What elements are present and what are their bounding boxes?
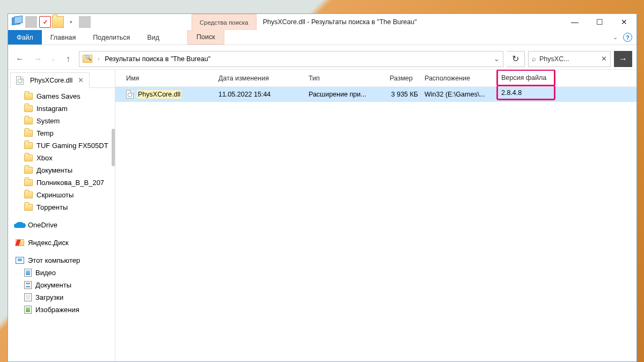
- help-icon[interactable]: ?: [623, 33, 632, 42]
- qa-dropdown-icon[interactable]: ▾: [65, 16, 77, 28]
- file-type: Расширение при...: [305, 91, 378, 98]
- documents-icon: [24, 281, 32, 289]
- ribbon-expand-icon[interactable]: ⌄: [613, 34, 618, 41]
- folder-icon: [24, 105, 33, 112]
- file-version-highlighted: 2.8.4.8: [496, 85, 555, 100]
- tree-label: System: [36, 117, 60, 125]
- tree-this-pc[interactable]: Этот компьютер: [8, 254, 115, 267]
- col-date[interactable]: Дата изменения: [215, 75, 305, 82]
- tree-lib-downloads[interactable]: Загрузки: [8, 291, 115, 304]
- chevron-right-icon[interactable]: ›: [97, 56, 100, 62]
- maximize-button[interactable]: ☐: [587, 14, 612, 30]
- tree-label: Документы: [35, 281, 71, 289]
- file-location: Win32 (E:\Games\...: [421, 91, 496, 98]
- tree-label: Полникова_В_В_207: [36, 179, 104, 187]
- address-dropdown-icon[interactable]: ⌄: [494, 55, 500, 63]
- folder-icon: [24, 117, 33, 124]
- tree-folder[interactable]: Games Saves: [8, 90, 115, 102]
- tree-folder[interactable]: Temp: [8, 127, 115, 139]
- tree-label: Этот компьютер: [28, 256, 80, 264]
- col-location[interactable]: Расположение: [421, 75, 496, 82]
- tree-folder[interactable]: Полникова_В_В_207: [8, 176, 115, 189]
- tree-lib-documents[interactable]: Документы: [8, 279, 115, 291]
- tree-folder[interactable]: System: [8, 115, 115, 127]
- col-version[interactable]: Версия файла: [496, 70, 555, 86]
- refresh-button[interactable]: ↻: [507, 51, 525, 67]
- separator: [79, 16, 91, 28]
- tree-folder[interactable]: Instagram: [8, 102, 115, 115]
- quick-access-toolbar: ✓ ▾: [8, 14, 95, 30]
- folder-icon: [24, 93, 33, 100]
- folder-icon: [24, 154, 33, 161]
- close-button[interactable]: ✕: [612, 14, 636, 30]
- nav-forward-button[interactable]: →: [31, 51, 46, 67]
- tree-label: Скриншоты: [36, 191, 74, 199]
- search-box[interactable]: ⌕ PhysXC... ✕: [528, 51, 611, 67]
- search-icon: ⌕: [532, 55, 536, 63]
- search-text: PhysXC...: [539, 55, 569, 63]
- sidebar-tab-label: PhysXCore.dll: [30, 77, 72, 84]
- ribbon-tab-view[interactable]: Вид: [138, 30, 168, 45]
- title-bar: ✓ ▾ Средства поиска PhysXCore.dll - Резу…: [8, 14, 636, 30]
- col-type[interactable]: Тип: [305, 75, 378, 82]
- tree-folder[interactable]: Xbox: [8, 152, 115, 164]
- onedrive-icon: [16, 222, 24, 228]
- qa-newfolder-icon[interactable]: [52, 16, 64, 28]
- tree-onedrive[interactable]: OneDrive: [8, 219, 115, 231]
- nav-up-button[interactable]: ↑: [61, 51, 76, 67]
- downloads-icon: [24, 293, 32, 301]
- col-name[interactable]: Имя: [123, 75, 215, 82]
- file-date: 11.05.2022 15:44: [215, 91, 305, 98]
- address-path[interactable]: Результаты поиска в "The Bureau": [105, 55, 210, 63]
- search-tools-tab-header: Средства поиска: [192, 14, 257, 30]
- ribbon-tab-search[interactable]: Поиск: [187, 30, 224, 45]
- yandex-disk-icon: [16, 239, 24, 246]
- tree-label: Games Saves: [36, 92, 80, 100]
- folder-icon: [24, 142, 33, 149]
- tree-label: OneDrive: [28, 221, 57, 229]
- tree-lib-pictures[interactable]: Изображения: [8, 304, 115, 316]
- column-headers: Имя Дата изменения Тип Размер Расположен…: [115, 70, 636, 87]
- pictures-icon: [24, 306, 32, 314]
- tree-yandex-disk[interactable]: Яндекс.Диск: [8, 237, 115, 249]
- qa-properties-icon[interactable]: ✓: [39, 16, 51, 28]
- tree-label: Торренты: [36, 203, 68, 211]
- navigation-pane: PhysXCore.dll ✕ Games Saves Instagram Sy…: [8, 70, 115, 361]
- col-size[interactable]: Размер: [378, 75, 421, 82]
- ribbon-tab-share[interactable]: Поделиться: [84, 30, 138, 45]
- tree-label: Изображения: [35, 306, 79, 314]
- tree-folder[interactable]: Документы: [8, 164, 115, 176]
- folder-icon: [24, 130, 33, 137]
- this-pc-icon: [16, 257, 24, 264]
- tree-lib-videos[interactable]: Видео: [8, 267, 115, 279]
- app-icon: [11, 16, 23, 28]
- nav-back-button[interactable]: ←: [12, 51, 27, 67]
- ribbon-tab-file[interactable]: Файл: [8, 30, 42, 45]
- address-bar[interactable]: › Результаты поиска в "The Bureau" ⌄: [79, 51, 503, 67]
- dll-file-icon: [16, 76, 24, 85]
- folder-icon: [24, 179, 33, 186]
- tree-folder[interactable]: Скриншоты: [8, 189, 115, 201]
- ribbon-tab-home[interactable]: Главная: [42, 30, 85, 45]
- tree-label: Temp: [36, 129, 54, 137]
- nav-history-dropdown[interactable]: ⌄: [49, 51, 57, 67]
- folder-tree: Games Saves Instagram System Temp TUF Ga…: [8, 88, 115, 324]
- tree-label: TUF Gaming FX505DT: [36, 142, 108, 150]
- file-row[interactable]: PhysXCore.dll 11.05.2022 15:44 Расширени…: [115, 87, 636, 102]
- tree-folder[interactable]: Торренты: [8, 201, 115, 213]
- search-go-button[interactable]: →: [614, 51, 632, 67]
- content-pane: Имя Дата изменения Тип Размер Расположен…: [115, 70, 636, 361]
- tree-label: Загрузки: [35, 293, 63, 301]
- folder-icon: [24, 204, 33, 211]
- sidebar-tab-current[interactable]: PhysXCore.dll ✕: [10, 72, 90, 88]
- minimize-button[interactable]: —: [562, 14, 587, 30]
- separator: [25, 16, 37, 28]
- tab-close-icon[interactable]: ✕: [78, 76, 84, 84]
- sidebar-tabstrip: PhysXCore.dll ✕: [8, 72, 115, 88]
- ribbon: Файл Главная Поделиться Вид Поиск ⌄ ?: [8, 30, 636, 45]
- videos-icon: [24, 269, 32, 277]
- tree-folder[interactable]: TUF Gaming FX505DT: [8, 139, 115, 152]
- explorer-window: ✓ ▾ Средства поиска PhysXCore.dll - Резу…: [8, 13, 637, 362]
- search-clear-icon[interactable]: ✕: [601, 55, 607, 63]
- tree-label: Instagram: [36, 105, 68, 113]
